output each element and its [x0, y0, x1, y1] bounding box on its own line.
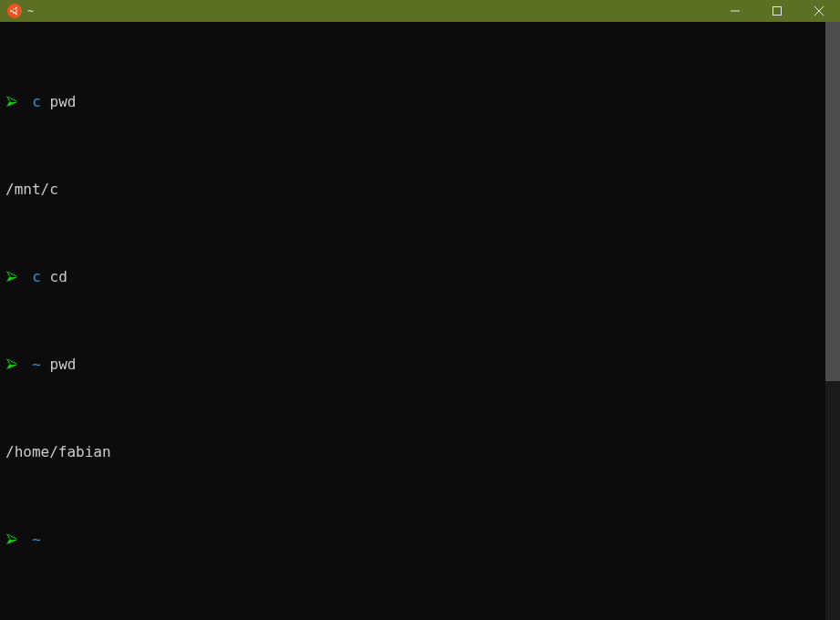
prompt-cmd: cd: [50, 266, 67, 288]
svg-point-0: [10, 10, 12, 12]
output-text: /mnt/c: [5, 179, 58, 201]
prompt-glyph-icon: ⮚: [5, 354, 15, 376]
prompt-glyph-icon: ⮚: [5, 91, 15, 113]
output-line: /mnt/c: [5, 179, 820, 201]
terminal-content[interactable]: ⮚ c pwd /mnt/c ⮚ c cd ⮚ ~: [0, 22, 825, 620]
minimize-button[interactable]: [714, 0, 756, 22]
close-button[interactable]: [798, 0, 840, 22]
prompt-dir: ~: [32, 529, 41, 551]
window-controls: [714, 0, 840, 22]
svg-rect-3: [773, 7, 782, 16]
scrollbar-thumb[interactable]: [825, 22, 840, 381]
prompt-line: ⮚ c cd: [5, 266, 820, 288]
prompt-glyph-icon: ⮚: [5, 266, 15, 288]
terminal-body[interactable]: ⮚ c pwd /mnt/c ⮚ c cd ⮚ ~: [0, 22, 840, 620]
scrollbar[interactable]: [825, 22, 840, 620]
prompt-cmd: pwd: [50, 91, 77, 113]
terminal-window: ~ ⮚ c pwd /mnt/c: [0, 0, 840, 620]
prompt-dir: ~: [32, 354, 41, 376]
prompt-line: ⮚ ~ pwd: [5, 354, 820, 376]
prompt-line: ⮚ ~: [5, 529, 820, 551]
output-text: /home/fabian: [5, 441, 111, 463]
maximize-button[interactable]: [756, 0, 798, 22]
output-line: /home/fabian: [5, 441, 820, 463]
prompt-dir: c: [32, 91, 41, 113]
prompt-dir: c: [32, 266, 41, 288]
window-title: ~: [27, 5, 34, 17]
prompt-glyph-icon: ⮚: [5, 529, 15, 551]
titlebar[interactable]: ~: [0, 0, 840, 22]
prompt-cmd: pwd: [50, 354, 77, 376]
prompt-line: ⮚ c pwd: [5, 91, 820, 113]
ubuntu-icon: [7, 4, 22, 18]
